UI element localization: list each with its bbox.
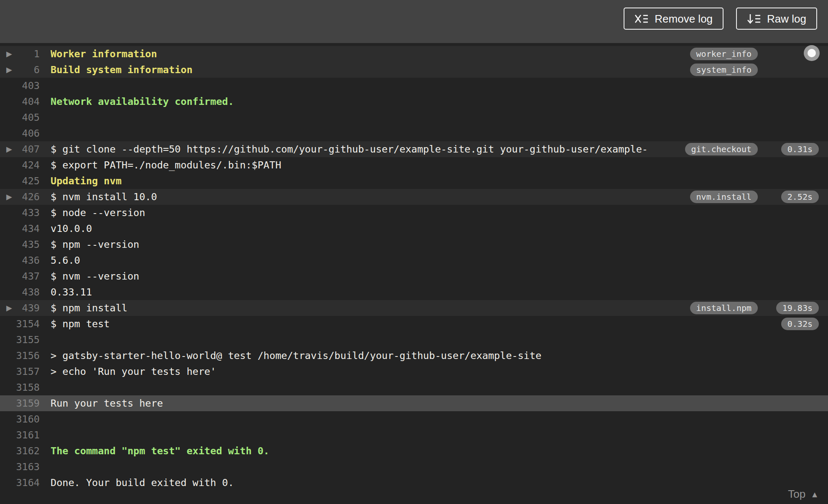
back-to-top-link[interactable]: Top ▲: [788, 488, 819, 501]
log-line-text: $ node --version: [51, 205, 145, 221]
log-line-text: > gatsby-starter-hello-world@ test /home…: [51, 348, 541, 364]
caret-up-icon: ▲: [810, 490, 819, 499]
line-number[interactable]: 3157: [0, 364, 40, 379]
line-number[interactable]: 437: [0, 268, 40, 284]
line-number[interactable]: 403: [0, 78, 40, 94]
log-line-text: Done. Your build exited with 0.: [51, 475, 234, 491]
log-line-text: $ npm --version: [51, 237, 139, 252]
log-row[interactable]: 406: [0, 125, 828, 141]
log-row[interactable]: 3161: [0, 427, 828, 443]
log-row[interactable]: 433 $ node --version: [0, 205, 828, 221]
log-line-text: $ nvm --version: [51, 268, 139, 284]
log-line-text: Updating nvm: [51, 173, 122, 189]
log-line-text: $ npm test: [51, 316, 110, 332]
log-row[interactable]: 3157 > echo 'Run your tests here': [0, 364, 828, 379]
line-number[interactable]: 3159: [0, 395, 40, 411]
fold-name-badge: git.checkout: [685, 143, 758, 155]
log-row[interactable]: 425 Updating nvm: [0, 173, 828, 189]
duration-badge: 19.83s: [776, 302, 819, 314]
line-number[interactable]: 3155: [0, 332, 40, 348]
log-row[interactable]: 3159 Run your tests here: [0, 395, 828, 411]
raw-log-label: Raw log: [767, 13, 806, 24]
duration-badge: 2.52s: [781, 191, 819, 203]
log-line-text: $ npm install: [51, 300, 127, 316]
log-line-text: Worker information: [51, 46, 157, 62]
line-number[interactable]: 3164: [0, 475, 40, 491]
top-label: Top: [788, 488, 805, 501]
log-line-text: Build system information: [51, 62, 193, 78]
line-number[interactable]: 3162: [0, 443, 40, 459]
log-line-text: > echo 'Run your tests here': [51, 364, 216, 379]
remove-log-label: Remove log: [655, 13, 713, 24]
log-row[interactable]: 3160: [0, 411, 828, 427]
log-row[interactable]: ▶ 407 $ git clone --depth=50 https://git…: [0, 141, 828, 157]
scroll-indicator-dot: [808, 49, 816, 57]
log-row[interactable]: 435 $ npm --version: [0, 237, 828, 252]
line-number[interactable]: 405: [0, 109, 40, 125]
line-number[interactable]: 439: [0, 300, 40, 316]
line-number[interactable]: 433: [0, 205, 40, 221]
log-row[interactable]: 437 $ nvm --version: [0, 268, 828, 284]
line-number[interactable]: 6: [0, 62, 40, 78]
log-row[interactable]: 424 $ export PATH=./node_modules/.bin:$P…: [0, 157, 828, 173]
log-row[interactable]: 3154 $ npm test 0.32s: [0, 316, 828, 332]
log-line-text: Network availability confirmed.: [51, 94, 234, 109]
line-number[interactable]: 435: [0, 237, 40, 252]
log-row[interactable]: 436 5.6.0: [0, 252, 828, 268]
fold-name-badge: system_info: [690, 64, 758, 76]
log-line-text: 5.6.0: [51, 252, 80, 268]
build-log: ▶ 1 Worker information worker_info ▶ 6 B…: [0, 43, 828, 504]
log-row[interactable]: ▶ 426 $ nvm install 10.0 nvm.install 2.5…: [0, 189, 828, 205]
line-number[interactable]: 3156: [0, 348, 40, 364]
raw-log-button[interactable]: Raw log: [736, 8, 817, 30]
line-number[interactable]: 406: [0, 125, 40, 141]
remove-log-button[interactable]: Remove log: [624, 8, 724, 30]
log-row[interactable]: ▶ 1 Worker information worker_info: [0, 46, 828, 62]
log-row[interactable]: 434 v10.0.0: [0, 221, 828, 237]
line-number[interactable]: 424: [0, 157, 40, 173]
scroll-indicator[interactable]: [804, 45, 820, 61]
fold-name-badge: worker_info: [690, 48, 758, 60]
duration-badge: 0.31s: [781, 143, 819, 155]
line-number[interactable]: 425: [0, 173, 40, 189]
line-number[interactable]: 426: [0, 189, 40, 205]
raw-log-icon: [747, 13, 761, 25]
log-line-text: Run your tests here: [51, 395, 163, 411]
log-line-text: $ git clone --depth=50 https://github.co…: [51, 141, 648, 157]
line-number[interactable]: 407: [0, 141, 40, 157]
line-number[interactable]: 3154: [0, 316, 40, 332]
log-row[interactable]: 3158: [0, 379, 828, 395]
fold-name-badge: install.npm: [690, 302, 758, 314]
log-row[interactable]: 3156 > gatsby-starter-hello-world@ test …: [0, 348, 828, 364]
log-row[interactable]: 3155: [0, 332, 828, 348]
log-row[interactable]: 405: [0, 109, 828, 125]
line-number[interactable]: 3163: [0, 459, 40, 475]
line-number[interactable]: 3161: [0, 427, 40, 443]
log-row[interactable]: 438 0.33.11: [0, 284, 828, 300]
log-row[interactable]: 404 Network availability confirmed.: [0, 94, 828, 109]
log-line-text: $ export PATH=./node_modules/.bin:$PATH: [51, 157, 281, 173]
log-row[interactable]: ▶ 439 $ npm install install.npm 19.83s: [0, 300, 828, 316]
line-number[interactable]: 1: [0, 46, 40, 62]
remove-log-icon: [634, 13, 649, 25]
line-number[interactable]: 438: [0, 284, 40, 300]
log-row[interactable]: 3162 The command "npm test" exited with …: [0, 443, 828, 459]
log-row[interactable]: 3164 Done. Your build exited with 0.: [0, 475, 828, 491]
line-number[interactable]: 434: [0, 221, 40, 237]
line-number[interactable]: 3158: [0, 379, 40, 395]
line-number[interactable]: 3160: [0, 411, 40, 427]
fold-name-badge: nvm.install: [690, 191, 758, 203]
log-line-text: v10.0.0: [51, 221, 92, 237]
line-number[interactable]: 436: [0, 252, 40, 268]
log-toolbar: Remove log Raw log: [0, 0, 828, 43]
log-row[interactable]: 403: [0, 78, 828, 94]
log-line-text: The command "npm test" exited with 0.: [51, 443, 269, 459]
log-rows: ▶ 1 Worker information worker_info ▶ 6 B…: [0, 46, 828, 491]
log-line-text: 0.33.11: [51, 284, 92, 300]
line-number[interactable]: 404: [0, 94, 40, 109]
log-row[interactable]: ▶ 6 Build system information system_info: [0, 62, 828, 78]
log-row[interactable]: 3163: [0, 459, 828, 475]
log-line-text: $ nvm install 10.0: [51, 189, 157, 205]
duration-badge: 0.32s: [781, 318, 819, 330]
